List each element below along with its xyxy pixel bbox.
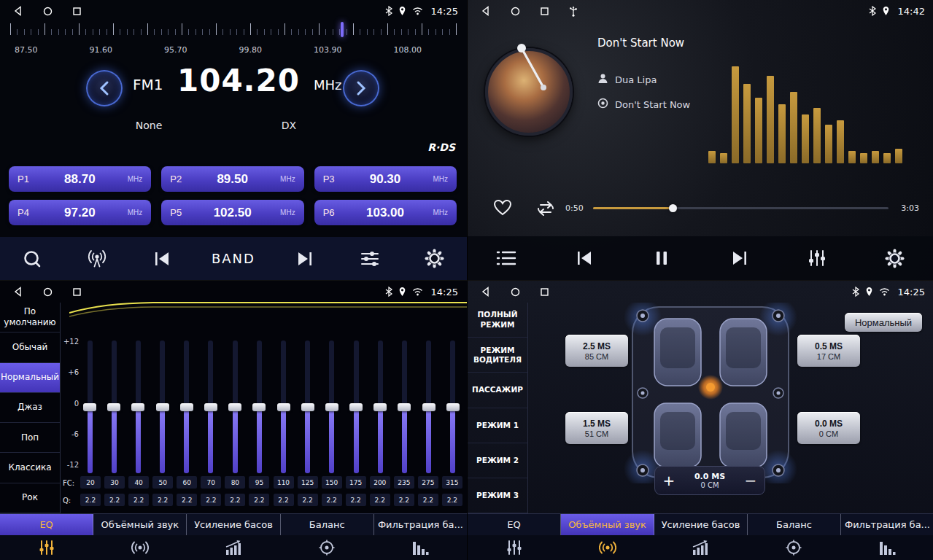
- rear-left-delay-button[interactable]: 1.5 MS 51 CM: [565, 412, 628, 444]
- eq-slider-handle[interactable]: [107, 403, 120, 411]
- eq-preset-item-3[interactable]: Джаз: [0, 393, 60, 423]
- audio-tab-0[interactable]: EQ: [468, 514, 561, 535]
- recents-button[interactable]: [540, 7, 549, 16]
- listening-mode-item-4[interactable]: РЕЖИМ 2: [468, 443, 527, 478]
- recents-button[interactable]: [72, 7, 82, 16]
- eq-preset-item-2[interactable]: Нормальный: [0, 363, 60, 393]
- audio-tab-4[interactable]: Фильтрация ба...: [374, 514, 467, 535]
- eq-band-slider-2[interactable]: [130, 341, 146, 473]
- eq-preset-item-4[interactable]: Поп: [0, 423, 60, 453]
- listening-mode-item-0[interactable]: ПОЛНЫЙ РЕЖИМ: [468, 303, 527, 338]
- increase-delay-button[interactable]: +: [655, 472, 683, 489]
- preset-button-p1[interactable]: P188.70MHz: [9, 166, 151, 192]
- preset-button-p5[interactable]: P5102.50MHz: [161, 200, 303, 225]
- balance-tab-icon[interactable]: [747, 535, 840, 560]
- eq-band-slider-6[interactable]: [227, 341, 243, 473]
- playlist-button[interactable]: [491, 249, 522, 267]
- repeat-button[interactable]: [535, 200, 557, 220]
- surround-tab-icon[interactable]: [93, 535, 187, 560]
- recents-button[interactable]: [540, 287, 549, 297]
- tune-down-button[interactable]: [86, 70, 123, 106]
- eq-slider-handle[interactable]: [204, 403, 217, 411]
- equalizer-button[interactable]: [802, 249, 832, 267]
- seek-bar[interactable]: [593, 207, 889, 209]
- eq-band-slider-13[interactable]: [396, 341, 412, 473]
- eq-slider-handle[interactable]: [349, 403, 363, 411]
- front-left-delay-button[interactable]: 2.5 MS 85 CM: [565, 335, 628, 367]
- previous-track-button[interactable]: [569, 249, 600, 267]
- front-right-delay-button[interactable]: 0.5 MS 17 CM: [797, 335, 860, 367]
- preset-button-p3[interactable]: P390.30MHz: [314, 166, 457, 192]
- band-button[interactable]: BAND: [212, 251, 255, 266]
- listening-mode-item-2[interactable]: ПАССАЖИР: [468, 373, 527, 408]
- filter-tab-icon[interactable]: [840, 535, 933, 560]
- eq-band-slider-11[interactable]: [348, 341, 364, 473]
- eq-slider-handle[interactable]: [228, 403, 241, 411]
- eq-slider-handle[interactable]: [180, 403, 193, 411]
- seek-bar-thumb[interactable]: [669, 204, 677, 212]
- eq-tab-icon[interactable]: [0, 535, 93, 560]
- audio-tab-2[interactable]: Усиление басов: [187, 514, 280, 535]
- settings-gear-button[interactable]: [880, 249, 910, 268]
- eq-preset-item-5[interactable]: Классика: [0, 453, 60, 483]
- eq-tab-icon[interactable]: [468, 535, 561, 560]
- eq-band-slider-5[interactable]: [203, 341, 219, 473]
- back-button[interactable]: [13, 6, 23, 16]
- preset-button-p6[interactable]: P6103.00MHz: [314, 200, 457, 225]
- audio-tab-3[interactable]: Баланс: [281, 514, 374, 535]
- eq-slider-handle[interactable]: [373, 403, 387, 411]
- surround-tab-icon[interactable]: [561, 535, 654, 560]
- balance-tab-icon[interactable]: [280, 535, 373, 560]
- audio-tab-1[interactable]: Объёмный звук: [561, 514, 654, 535]
- home-button[interactable]: [511, 7, 520, 16]
- home-button[interactable]: [43, 287, 53, 297]
- filter-tab-icon[interactable]: [373, 535, 467, 560]
- favorite-button[interactable]: [492, 198, 513, 219]
- listening-mode-item-5[interactable]: РЕЖИМ 3: [468, 478, 527, 513]
- back-button[interactable]: [481, 6, 491, 16]
- home-button[interactable]: [43, 7, 53, 16]
- eq-slider-handle[interactable]: [131, 403, 144, 411]
- listening-mode-item-3[interactable]: РЕЖИМ 1: [468, 408, 527, 443]
- recents-button[interactable]: [72, 287, 82, 297]
- sound-profile-button[interactable]: Нормальный: [845, 313, 922, 332]
- eq-preset-item-6[interactable]: Рок: [0, 483, 60, 513]
- eq-slider-handle[interactable]: [277, 403, 290, 411]
- eq-slider-handle[interactable]: [422, 403, 435, 411]
- next-station-button[interactable]: [290, 250, 320, 268]
- eq-preset-item-0[interactable]: По умолчанию: [0, 303, 60, 332]
- eq-slider-handle[interactable]: [156, 403, 169, 411]
- listening-mode-item-1[interactable]: РЕЖИМ ВОДИТЕЛЯ: [468, 338, 527, 373]
- home-button[interactable]: [511, 287, 520, 297]
- next-track-button[interactable]: [724, 249, 755, 267]
- preset-button-p2[interactable]: P289.50MHz: [161, 166, 303, 192]
- eq-band-slider-3[interactable]: [155, 341, 171, 473]
- settings-gear-button[interactable]: [419, 249, 449, 268]
- eq-slider-handle[interactable]: [83, 403, 96, 411]
- eq-preset-item-1[interactable]: Обычай: [0, 332, 60, 362]
- bass-boost-tab-icon[interactable]: [187, 535, 280, 560]
- back-button[interactable]: [13, 287, 23, 297]
- broadcast-button[interactable]: [82, 249, 112, 268]
- eq-slider-handle[interactable]: [325, 403, 338, 411]
- audio-settings-button[interactable]: [355, 250, 385, 268]
- eq-slider-handle[interactable]: [398, 403, 411, 411]
- eq-band-slider-8[interactable]: [276, 341, 292, 473]
- rear-right-delay-button[interactable]: 0.0 MS 0 CM: [797, 412, 860, 444]
- eq-slider-handle[interactable]: [301, 403, 314, 411]
- eq-band-slider-14[interactable]: [421, 341, 437, 473]
- audio-tab-4[interactable]: Фильтрация ба...: [841, 514, 933, 535]
- eq-band-slider-4[interactable]: [179, 341, 195, 473]
- eq-band-slider-9[interactable]: [300, 341, 316, 473]
- frequency-pointer[interactable]: [341, 22, 344, 37]
- eq-band-slider-7[interactable]: [251, 341, 267, 473]
- preset-button-p4[interactable]: P497.20MHz: [9, 200, 151, 225]
- eq-band-slider-0[interactable]: [82, 341, 98, 473]
- frequency-ruler[interactable]: 87.5091.6095.7099.80103.90108.00: [0, 23, 467, 61]
- eq-slider-handle[interactable]: [252, 403, 266, 411]
- eq-slider-handle[interactable]: [446, 403, 460, 411]
- audio-tab-0[interactable]: EQ: [0, 514, 93, 535]
- prev-station-button[interactable]: [147, 250, 177, 268]
- eq-band-slider-12[interactable]: [372, 341, 388, 473]
- eq-band-slider-15[interactable]: [445, 341, 461, 473]
